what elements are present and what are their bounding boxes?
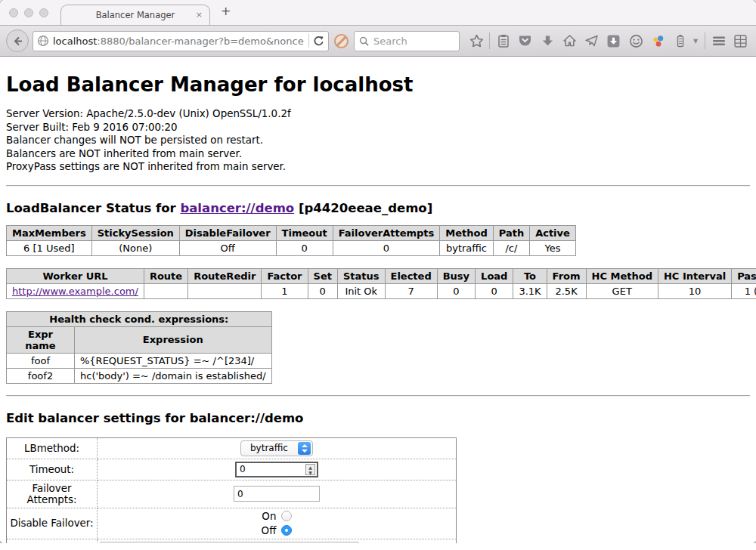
column-header: Path [493,225,529,240]
clipboard-icon[interactable] [494,32,513,50]
worker-url-cell: http://www.example.com/ [7,283,144,298]
table-header-row: Expr name Expression [7,326,272,353]
url-input[interactable]: localhost:8880/balancer-manager?b=demo&n… [53,36,305,47]
chevron-down-icon[interactable]: ▼ [693,38,701,45]
column-header: Status [337,268,385,283]
back-button[interactable] [6,29,29,52]
lbmethod-label: LBmethod: [7,437,98,459]
globe-icon [37,35,49,47]
maxmembers-value: 6 [1 Used] [7,240,92,255]
from-value: 2.5K [547,283,586,298]
column-header: Set [308,268,337,283]
form-row-lbmethod: LBmethod: bytraffic [7,437,457,459]
timeout-value: 0 [276,240,333,255]
table-header-row: MaxMembers StickySession DisableFailover… [7,225,576,240]
radio-off[interactable] [281,525,292,536]
column-header: Elected [385,268,437,283]
passes-value: 1 (0) [732,283,756,298]
pocket-icon[interactable] [516,32,534,50]
table-row: http://www.example.com/ 1 0 Init Ok 7 0 … [7,283,756,298]
bookmark-star-icon[interactable] [467,32,485,50]
status-value: Init Ok [337,283,385,298]
table-row: 6 [1 Used] (None) Off 0 0 bytraffic /c/ … [7,240,576,255]
tab-balancer-manager[interactable]: Balancer Manager × [60,5,210,25]
table-row: foof2 hc('body') =~ /domain is establish… [7,368,272,383]
worker-url-link[interactable]: http://www.example.com/ [12,286,138,297]
balancer-demo-link[interactable]: balancer://demo [180,201,294,215]
battery-icon[interactable] [671,32,689,50]
server-built-line: Server Built: Feb 9 2016 07:00:20 [6,121,750,134]
timeout-input-value: 0 [240,464,246,474]
tab-close-icon[interactable]: × [196,10,203,20]
status-heading-prefix: LoadBalancer Status for [6,201,180,215]
expr-text: %{REQUEST_STATUS} =~ /^[234]/ [75,353,272,368]
nav-toolbar: localhost:8880/balancer-manager?b=demo&n… [0,25,756,57]
tab-title: Balancer Manager [96,10,175,20]
column-header: Load [476,268,513,283]
title-bar: Balancer Manager × + [0,0,756,25]
balancer-status-table: MaxMembers StickySession DisableFailover… [6,225,576,256]
health-table-title: Health check cond. expressions: [7,311,272,326]
content-blocked-icon[interactable] [334,34,349,48]
number-spinner-icon[interactable]: ▲▼ [305,464,315,475]
column-header: Method [440,225,493,240]
proxypass-note-line: ProxyPass settings are NOT inherited fro… [6,160,750,174]
column-header: Timeout [276,225,333,240]
column-header: Worker URL [7,268,144,283]
hc-method-value: GET [586,283,658,298]
factor-value: 1 [262,283,308,298]
column-header: Expr name [7,326,75,353]
column-header: MaxMembers [7,225,92,240]
search-field[interactable]: Search [354,31,460,51]
page-content: Load Balancer Manager for localhost Serv… [0,57,756,543]
menu-hamburger-icon[interactable] [710,32,728,50]
failover-attempts-label: Failover Attempts: [7,480,98,508]
page-title: Load Balancer Manager for localhost [6,73,750,96]
column-header: Expression [75,326,272,353]
zoom-window-icon[interactable] [39,8,48,17]
colored-dots-icon[interactable] [649,32,668,50]
reload-icon[interactable] [313,36,324,47]
window-controls [9,8,48,17]
browser-window: Balancer Manager × + localhost:8880/bala… [0,0,756,543]
hc-interval-value: 10 [658,283,731,298]
window-grid-icon[interactable] [732,32,750,50]
send-plane-icon[interactable] [583,32,601,50]
radio-on[interactable] [281,511,292,521]
new-tab-button[interactable]: + [221,4,231,18]
disablefailover-value: Off [179,240,276,255]
column-header: HC Method [586,268,658,283]
method-value: bytraffic [440,240,493,255]
home-icon[interactable] [560,32,578,50]
section-divider [6,395,750,397]
search-icon [359,36,369,46]
url-hostname: localhost [53,36,97,47]
lbmethod-selected-value: bytraffic [250,443,288,453]
column-header: RouteRedir [188,268,262,283]
column-header: Active [530,225,576,240]
url-path: :8880/balancer-manager?b=demo&nonce=decc… [97,36,305,47]
sticky-session-input[interactable] [101,542,358,543]
minimize-window-icon[interactable] [24,8,33,17]
server-info: Server Version: Apache/2.5.0-dev (Unix) … [6,107,750,174]
status-heading-suffix: [p4420eeae_demo] [294,201,432,215]
disable-failover-label: Disable Failover: [7,508,98,539]
disable-failover-radio-group: On Off [262,511,293,536]
toolbar-icons: ▼ [467,32,750,50]
form-row-sticky: Sticky Session: (Use '-' to delete) [7,539,457,543]
smiley-chat-icon[interactable] [627,32,645,50]
status-heading: LoadBalancer Status for balancer://demo … [6,201,750,215]
close-window-icon[interactable] [9,8,18,17]
url-bar[interactable]: localhost:8880/balancer-manager?b=demo&n… [33,31,329,51]
download-box-icon[interactable] [605,32,623,50]
radio-on-label: On [262,511,277,522]
set-value: 0 [308,283,337,298]
health-check-table: Health check cond. expressions: Expr nam… [6,311,272,384]
lbmethod-select[interactable]: bytraffic [240,440,313,456]
downloads-icon[interactable] [538,32,556,50]
timeout-input[interactable]: 0 ▲▼ [235,462,318,477]
busy-value: 0 [437,283,475,298]
failover-attempts-input[interactable]: 0 [234,486,320,502]
load-value: 0 [476,283,513,298]
worker-status-table: Worker URL Route RouteRedir Factor Set S… [6,268,756,299]
